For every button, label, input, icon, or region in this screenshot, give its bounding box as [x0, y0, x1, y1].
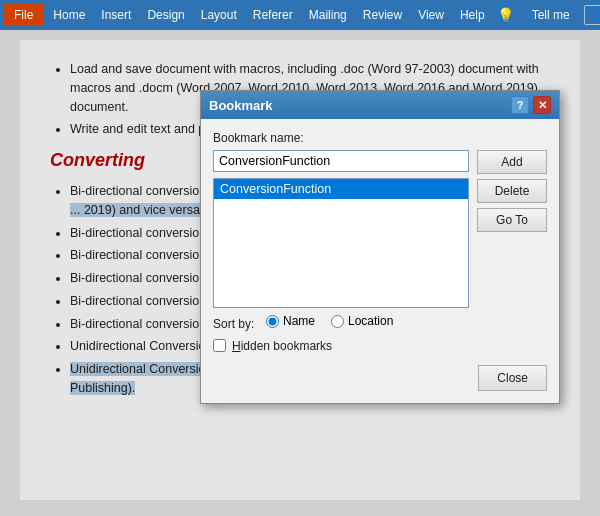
add-button[interactable]: Add	[477, 150, 547, 174]
dialog-body: Bookmark name: ConversionFunction Add De…	[201, 119, 559, 403]
sort-location-radio[interactable]	[331, 315, 344, 328]
menu-view[interactable]: View	[410, 4, 452, 26]
person-icon: 👤	[593, 8, 600, 22]
dialog-bottom-buttons: Close	[213, 365, 547, 391]
dialog-titlebar: Bookmark ? ✕	[201, 91, 559, 119]
titlebar-buttons: ? ✕	[511, 96, 551, 114]
dialog-close-x-button[interactable]: ✕	[533, 96, 551, 114]
menu-referer[interactable]: Referer	[245, 4, 301, 26]
menubar: File Home Insert Design Layout Referer M…	[0, 0, 600, 30]
share-button[interactable]: 👤 Share	[584, 5, 600, 25]
menu-layout[interactable]: Layout	[193, 4, 245, 26]
bookmark-list-item[interactable]: ConversionFunction	[214, 179, 468, 199]
sort-location-option[interactable]: Location	[331, 314, 393, 328]
bookmark-name-input[interactable]	[213, 150, 469, 172]
sort-by-label: Sort by:	[213, 317, 254, 331]
bookmark-dialog: Bookmark ? ✕ Bookmark name: ConversionFu…	[200, 90, 560, 404]
sort-section: Sort by: Name Location	[213, 314, 547, 331]
menu-mailing[interactable]: Mailing	[301, 4, 355, 26]
go-to-button[interactable]: Go To	[477, 208, 547, 232]
dialog-action-buttons: Add Delete Go To	[477, 150, 547, 308]
hidden-bookmarks-label[interactable]: Hidden bookmarks	[232, 339, 332, 353]
tell-me[interactable]: Tell me	[524, 4, 578, 26]
hidden-bookmarks-section: Hidden bookmarks	[213, 339, 547, 353]
menu-file[interactable]: File	[4, 4, 43, 26]
sort-name-radio[interactable]	[266, 315, 279, 328]
menu-help[interactable]: Help	[452, 4, 493, 26]
menu-home[interactable]: Home	[45, 4, 93, 26]
menu-design[interactable]: Design	[139, 4, 192, 26]
hidden-bookmarks-checkbox[interactable]	[213, 339, 226, 352]
menu-review[interactable]: Review	[355, 4, 410, 26]
bookmark-list[interactable]: ConversionFunction	[213, 178, 469, 308]
lightbulb-icon[interactable]: 💡	[493, 5, 518, 25]
close-button[interactable]: Close	[478, 365, 547, 391]
menu-insert[interactable]: Insert	[93, 4, 139, 26]
sort-name-label: Name	[283, 314, 315, 328]
dialog-title: Bookmark	[209, 98, 273, 113]
bookmark-name-label: Bookmark name:	[213, 131, 547, 145]
sort-name-option[interactable]: Name	[266, 314, 315, 328]
sort-location-label: Location	[348, 314, 393, 328]
dialog-help-button[interactable]: ?	[511, 96, 529, 114]
sort-options: Name Location	[266, 314, 393, 328]
delete-button[interactable]: Delete	[477, 179, 547, 203]
document-area: Load and save document with macros, incl…	[0, 30, 600, 516]
